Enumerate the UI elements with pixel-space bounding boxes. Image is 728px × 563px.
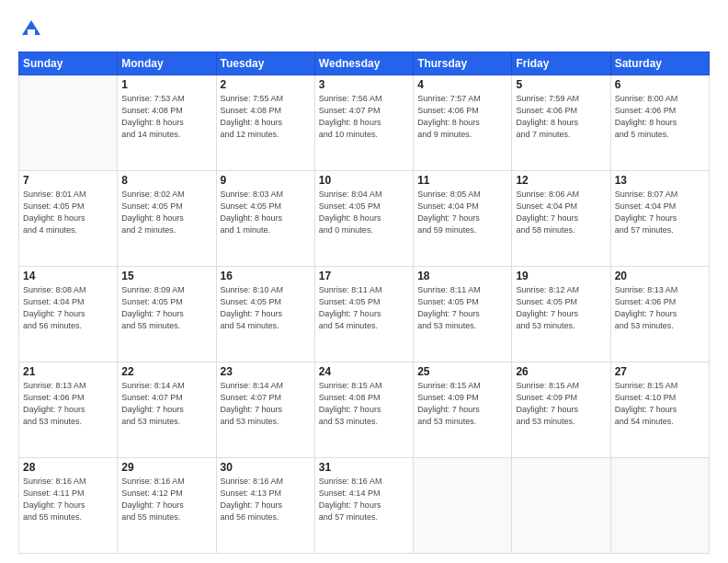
calendar-cell: 12Sunrise: 8:06 AM Sunset: 4:04 PM Dayli… — [512, 171, 610, 267]
calendar-cell: 24Sunrise: 8:15 AM Sunset: 4:08 PM Dayli… — [314, 362, 413, 458]
day-info: Sunrise: 8:13 AM Sunset: 4:06 PM Dayligh… — [23, 380, 113, 428]
day-info: Sunrise: 8:16 AM Sunset: 4:14 PM Dayligh… — [319, 476, 409, 523]
calendar-cell: 31Sunrise: 8:16 AM Sunset: 4:14 PM Dayli… — [314, 458, 413, 554]
calendar-cell: 13Sunrise: 8:07 AM Sunset: 4:04 PM Dayli… — [610, 171, 709, 267]
weekday-header-thursday: Thursday — [414, 52, 512, 75]
day-info: Sunrise: 8:05 AM Sunset: 4:04 PM Dayligh… — [417, 189, 507, 236]
calendar-week-row: 28Sunrise: 8:16 AM Sunset: 4:11 PM Dayli… — [19, 458, 710, 554]
calendar-cell: 8Sunrise: 8:02 AM Sunset: 4:05 PM Daylig… — [118, 171, 216, 267]
weekday-header-friday: Friday — [512, 52, 610, 75]
day-info: Sunrise: 7:57 AM Sunset: 4:06 PM Dayligh… — [417, 93, 507, 141]
day-number: 2 — [221, 78, 311, 91]
calendar-cell — [414, 458, 512, 554]
day-number: 17 — [319, 270, 409, 282]
weekday-header-monday: Monday — [118, 52, 216, 75]
calendar-cell: 29Sunrise: 8:16 AM Sunset: 4:12 PM Dayli… — [118, 458, 216, 554]
day-number: 23 — [221, 365, 311, 378]
day-info: Sunrise: 8:11 AM Sunset: 4:05 PM Dayligh… — [417, 284, 507, 332]
day-number: 24 — [319, 365, 409, 378]
day-number: 9 — [221, 174, 311, 187]
day-number: 26 — [516, 365, 606, 378]
day-info: Sunrise: 8:06 AM Sunset: 4:04 PM Dayligh… — [516, 189, 606, 236]
day-number: 12 — [516, 174, 606, 187]
calendar-cell: 11Sunrise: 8:05 AM Sunset: 4:04 PM Dayli… — [414, 171, 512, 267]
day-info: Sunrise: 8:00 AM Sunset: 4:06 PM Dayligh… — [615, 93, 705, 141]
calendar-week-row: 1Sunrise: 7:53 AM Sunset: 4:08 PM Daylig… — [19, 75, 710, 171]
calendar-cell: 16Sunrise: 8:10 AM Sunset: 4:05 PM Dayli… — [216, 267, 314, 362]
day-info: Sunrise: 8:11 AM Sunset: 4:05 PM Dayligh… — [319, 284, 409, 332]
calendar-cell: 9Sunrise: 8:03 AM Sunset: 4:05 PM Daylig… — [216, 171, 314, 267]
calendar-cell — [512, 458, 610, 554]
logo — [18, 17, 48, 42]
day-info: Sunrise: 8:16 AM Sunset: 4:11 PM Dayligh… — [23, 476, 113, 523]
day-info: Sunrise: 8:04 AM Sunset: 4:05 PM Dayligh… — [319, 189, 409, 236]
calendar-cell: 3Sunrise: 7:56 AM Sunset: 4:07 PM Daylig… — [314, 75, 413, 171]
day-number: 29 — [121, 461, 211, 474]
day-info: Sunrise: 8:13 AM Sunset: 4:06 PM Dayligh… — [615, 284, 705, 332]
calendar-cell — [610, 458, 709, 554]
weekday-header-tuesday: Tuesday — [216, 52, 314, 75]
calendar-cell: 21Sunrise: 8:13 AM Sunset: 4:06 PM Dayli… — [19, 362, 118, 458]
weekday-header-row: SundayMondayTuesdayWednesdayThursdayFrid… — [19, 52, 710, 75]
day-number: 30 — [221, 461, 311, 474]
day-number: 3 — [319, 78, 409, 91]
day-number: 14 — [23, 270, 113, 282]
day-number: 6 — [615, 78, 705, 91]
day-number: 19 — [516, 270, 606, 282]
day-info: Sunrise: 8:15 AM Sunset: 4:09 PM Dayligh… — [417, 380, 507, 428]
calendar-cell: 27Sunrise: 8:15 AM Sunset: 4:10 PM Dayli… — [610, 362, 709, 458]
day-info: Sunrise: 7:56 AM Sunset: 4:07 PM Dayligh… — [319, 93, 409, 141]
day-number: 27 — [615, 365, 705, 378]
calendar-cell: 7Sunrise: 8:01 AM Sunset: 4:05 PM Daylig… — [19, 171, 118, 267]
day-info: Sunrise: 8:12 AM Sunset: 4:05 PM Dayligh… — [516, 284, 606, 332]
svg-rect-1 — [28, 29, 35, 35]
day-number: 7 — [23, 174, 113, 187]
day-info: Sunrise: 8:03 AM Sunset: 4:05 PM Dayligh… — [221, 189, 311, 236]
day-info: Sunrise: 8:01 AM Sunset: 4:05 PM Dayligh… — [23, 189, 113, 236]
calendar-week-row: 21Sunrise: 8:13 AM Sunset: 4:06 PM Dayli… — [19, 362, 710, 458]
day-number: 31 — [319, 461, 409, 474]
day-info: Sunrise: 8:08 AM Sunset: 4:04 PM Dayligh… — [23, 284, 113, 332]
day-info: Sunrise: 7:53 AM Sunset: 4:08 PM Dayligh… — [121, 93, 211, 141]
calendar-table: SundayMondayTuesdayWednesdayThursdayFrid… — [18, 52, 710, 554]
calendar-cell: 30Sunrise: 8:16 AM Sunset: 4:13 PM Dayli… — [216, 458, 314, 554]
calendar-cell: 4Sunrise: 7:57 AM Sunset: 4:06 PM Daylig… — [414, 75, 512, 171]
calendar-cell: 10Sunrise: 8:04 AM Sunset: 4:05 PM Dayli… — [314, 171, 413, 267]
calendar-cell: 23Sunrise: 8:14 AM Sunset: 4:07 PM Dayli… — [216, 362, 314, 458]
calendar-cell: 17Sunrise: 8:11 AM Sunset: 4:05 PM Dayli… — [314, 267, 413, 362]
header — [18, 17, 710, 42]
day-info: Sunrise: 7:55 AM Sunset: 4:08 PM Dayligh… — [221, 93, 311, 141]
calendar-cell: 14Sunrise: 8:08 AM Sunset: 4:04 PM Dayli… — [19, 267, 118, 362]
day-number: 20 — [615, 270, 705, 282]
day-info: Sunrise: 8:07 AM Sunset: 4:04 PM Dayligh… — [615, 189, 705, 236]
calendar-cell: 15Sunrise: 8:09 AM Sunset: 4:05 PM Dayli… — [118, 267, 216, 362]
calendar-cell: 5Sunrise: 7:59 AM Sunset: 4:06 PM Daylig… — [512, 75, 610, 171]
calendar-cell: 18Sunrise: 8:11 AM Sunset: 4:05 PM Dayli… — [414, 267, 512, 362]
calendar-cell: 20Sunrise: 8:13 AM Sunset: 4:06 PM Dayli… — [610, 267, 709, 362]
calendar-week-row: 7Sunrise: 8:01 AM Sunset: 4:05 PM Daylig… — [19, 171, 710, 267]
day-number: 25 — [417, 365, 507, 378]
calendar-cell: 26Sunrise: 8:15 AM Sunset: 4:09 PM Dayli… — [512, 362, 610, 458]
day-number: 15 — [121, 270, 211, 282]
day-info: Sunrise: 8:14 AM Sunset: 4:07 PM Dayligh… — [121, 380, 211, 428]
day-number: 11 — [417, 174, 507, 187]
weekday-header-saturday: Saturday — [610, 52, 709, 75]
calendar-cell: 28Sunrise: 8:16 AM Sunset: 4:11 PM Dayli… — [19, 458, 118, 554]
calendar-cell: 19Sunrise: 8:12 AM Sunset: 4:05 PM Dayli… — [512, 267, 610, 362]
page: SundayMondayTuesdayWednesdayThursdayFrid… — [0, 0, 728, 563]
day-number: 28 — [23, 461, 113, 474]
logo-icon — [18, 17, 44, 42]
weekday-header-sunday: Sunday — [19, 52, 118, 75]
calendar-cell: 2Sunrise: 7:55 AM Sunset: 4:08 PM Daylig… — [216, 75, 314, 171]
day-number: 16 — [221, 270, 311, 282]
day-number: 4 — [417, 78, 507, 91]
day-info: Sunrise: 8:15 AM Sunset: 4:09 PM Dayligh… — [516, 380, 606, 428]
day-info: Sunrise: 8:14 AM Sunset: 4:07 PM Dayligh… — [221, 380, 311, 428]
day-info: Sunrise: 8:10 AM Sunset: 4:05 PM Dayligh… — [221, 284, 311, 332]
day-number: 5 — [516, 78, 606, 91]
day-number: 1 — [121, 78, 211, 91]
calendar-cell: 22Sunrise: 8:14 AM Sunset: 4:07 PM Dayli… — [118, 362, 216, 458]
day-info: Sunrise: 8:16 AM Sunset: 4:12 PM Dayligh… — [121, 476, 211, 523]
day-info: Sunrise: 8:09 AM Sunset: 4:05 PM Dayligh… — [121, 284, 211, 332]
calendar-cell: 25Sunrise: 8:15 AM Sunset: 4:09 PM Dayli… — [414, 362, 512, 458]
